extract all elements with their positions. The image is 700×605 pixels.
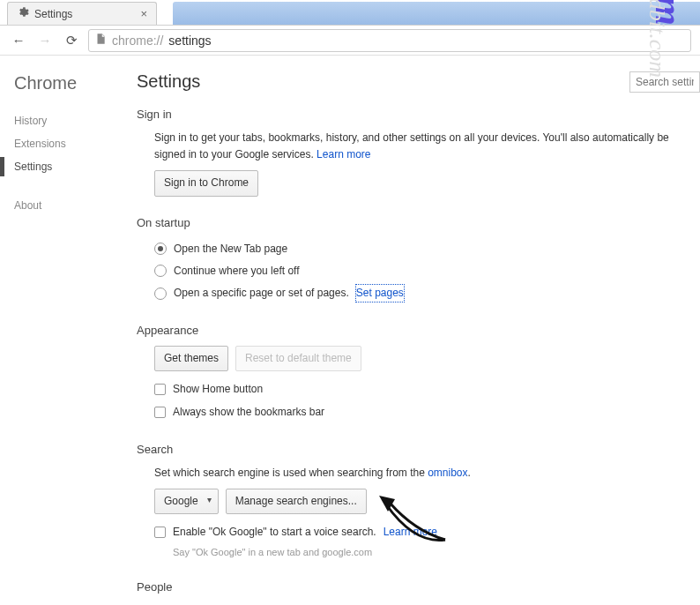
address-bar[interactable]: chrome://settings (88, 29, 691, 52)
signin-button[interactable]: Sign in to Chrome (154, 170, 258, 196)
tab-title: Settings (34, 8, 72, 20)
ok-google-learn-more-link[interactable]: Learn more (384, 524, 437, 541)
startup-option-label: Open the New Tab page (174, 241, 287, 258)
search-engine-dropdown[interactable]: Google (154, 489, 219, 514)
show-home-checkbox[interactable]: Show Home button (154, 378, 700, 400)
sidebar-heading: Chrome (14, 73, 137, 93)
page-icon (94, 33, 107, 48)
reset-theme-button: Reset to default theme (235, 346, 361, 371)
radio-icon (154, 265, 167, 277)
ok-google-hint: Say "Ok Google" in a new tab and google.… (154, 545, 700, 561)
sidebar-item-settings[interactable]: Settings (14, 155, 137, 178)
url-scheme: chrome:// (112, 34, 163, 48)
reload-button[interactable]: ⟳ (62, 31, 81, 50)
startup-option-label: Open a specific page or set of pages. (174, 285, 349, 302)
get-themes-button[interactable]: Get themes (154, 346, 228, 371)
radio-icon (154, 243, 167, 255)
toolbar: ← → ⟳ chrome://settings (0, 26, 700, 56)
checkbox-icon (154, 384, 166, 395)
browser-tab[interactable]: Settings × (7, 2, 157, 25)
section-signin: Sign in Sign in to get your tabs, bookma… (137, 108, 700, 197)
gear-icon (17, 6, 29, 21)
tab-bar: Settings × (0, 0, 700, 26)
url-path: settings (168, 34, 211, 48)
sidebar-item-history[interactable]: History (14, 109, 137, 132)
search-settings-input[interactable] (629, 71, 700, 93)
startup-option-label: Continue where you left off (174, 263, 300, 280)
section-search: Search Set which search engine is used w… (137, 443, 700, 561)
signin-learn-more-link[interactable]: Learn more (316, 148, 370, 161)
section-title-signin: Sign in (137, 108, 700, 121)
sidebar: Chrome History Extensions Settings About (0, 56, 137, 605)
main-panel: Settings Sign in Sign in to get your tab… (137, 56, 700, 605)
back-button[interactable]: ← (9, 31, 28, 50)
section-title-appearance: Appearance (137, 324, 700, 337)
section-title-startup: On startup (137, 216, 700, 229)
manage-search-engines-button[interactable]: Manage search engines... (226, 489, 367, 514)
omnibox-link[interactable]: omnibox (428, 467, 467, 479)
checkbox-label: Always show the bookmarks bar (173, 404, 324, 421)
checkbox-icon (154, 527, 166, 538)
ok-google-checkbox[interactable]: Enable "Ok Google" to start a voice sear… (154, 521, 700, 543)
sidebar-item-about[interactable]: About (14, 194, 137, 217)
sidebar-item-extensions[interactable]: Extensions (14, 132, 137, 155)
checkbox-icon (154, 407, 166, 418)
radio-icon (154, 288, 167, 300)
section-title-search: Search (137, 443, 700, 456)
startup-option-specific[interactable]: Open a specific page or set of pages. Se… (154, 282, 700, 304)
close-icon[interactable]: × (140, 7, 147, 20)
show-bookmarks-checkbox[interactable]: Always show the bookmarks bar (154, 401, 700, 423)
section-startup: On startup Open the New Tab page Continu… (137, 216, 700, 305)
search-description: Set which search engine is used when sea… (154, 467, 428, 479)
page-title: Settings (137, 71, 700, 92)
checkbox-label: Show Home button (173, 381, 263, 398)
startup-option-continue[interactable]: Continue where you left off (154, 260, 700, 282)
checkbox-label: Enable "Ok Google" to start a voice sear… (173, 524, 376, 541)
tab-strip-background (173, 2, 700, 25)
signin-description: Sign in to get your tabs, bookmarks, his… (154, 131, 669, 161)
section-people: People (137, 580, 700, 594)
content-area: Chrome History Extensions Settings About… (0, 56, 700, 605)
forward-button[interactable]: → (35, 31, 55, 50)
startup-option-newtab[interactable]: Open the New Tab page (154, 238, 700, 260)
section-title-people: People (137, 580, 700, 594)
set-pages-link[interactable]: Set pages (356, 285, 404, 302)
section-appearance: Appearance Get themes Reset to default t… (137, 324, 700, 423)
